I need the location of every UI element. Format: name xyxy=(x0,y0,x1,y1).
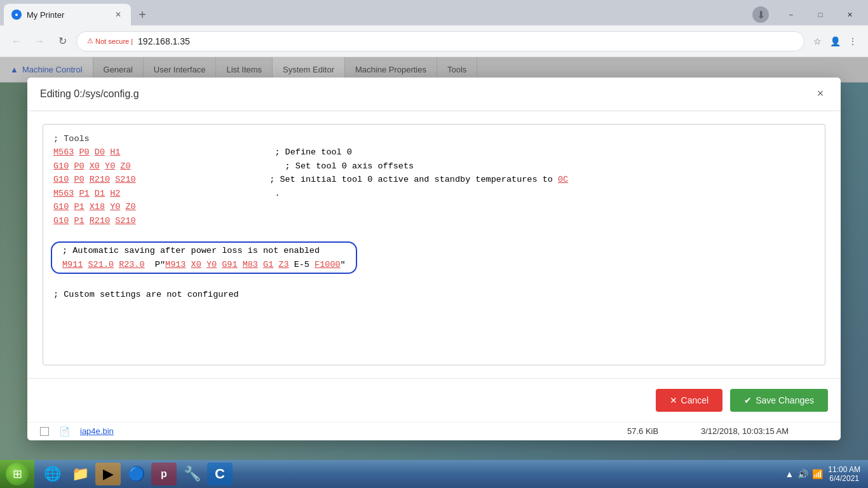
kw-P1-1[interactable]: P1 xyxy=(79,189,90,198)
taskbar-apps: 🌐 📁 ▶ 🔵 p 🔧 C xyxy=(34,463,238,485)
reload-button[interactable]: ↻ xyxy=(53,32,71,50)
kw-G10-1[interactable]: G10 xyxy=(53,161,69,171)
taskbar-app1[interactable]: p xyxy=(151,463,177,485)
kw-G1[interactable]: G1 xyxy=(263,260,273,269)
save-icon: ✔ xyxy=(744,395,752,405)
save-changes-button[interactable]: ✔ Save Changes xyxy=(730,389,828,412)
file-row: 📄 iap4e.bin 57.6 KiB 3/12/2018, 10:03:15… xyxy=(27,422,841,440)
modal-title: Editing 0:/sys/config.g xyxy=(40,88,139,100)
expand-tray-icon[interactable]: ▲ xyxy=(785,469,794,479)
modal-close-button[interactable]: × xyxy=(813,86,828,102)
cancel-button[interactable]: ✕ Cancel xyxy=(656,389,723,412)
bookmark-icon[interactable]: ☆ xyxy=(810,34,825,49)
taskbar-right: ▲ 🔊 📶 11:00 AM 6/4/2021 xyxy=(785,465,868,483)
file-checkbox[interactable] xyxy=(40,427,49,436)
address-bar[interactable]: ⚠ Not secure | 192.168.1.35 xyxy=(76,31,804,51)
kw-Y0-1[interactable]: Y0 xyxy=(105,161,115,171)
code-editor[interactable]: ; Tools M563 P0 D0 H1 ; Define tool 0 G1… xyxy=(43,124,825,365)
modal-body: ; Tools M563 P0 D0 H1 ; Define tool 0 G1… xyxy=(27,111,841,378)
kw-M563-1[interactable]: M563 xyxy=(53,147,74,157)
kw-0C[interactable]: 0C xyxy=(558,175,568,184)
taskbar-clock[interactable]: 11:00 AM 6/4/2021 xyxy=(828,465,860,483)
taskbar-media[interactable]: ▶ xyxy=(95,463,121,485)
window-controls: − □ ✕ xyxy=(776,6,864,24)
webpage-container: ▲ Machine Control General User Interface… xyxy=(0,57,868,460)
security-warning: ⚠ Not secure | xyxy=(87,37,133,45)
kw-G10-4[interactable]: G10 xyxy=(53,216,69,226)
kw-Y0-3[interactable]: Y0 xyxy=(207,260,217,269)
kw-F1000[interactable]: F1000 xyxy=(315,260,341,269)
address-bar-row: ← → ↻ ⚠ Not secure | 192.168.1.35 ☆ 👤 ⋮ xyxy=(0,25,868,57)
kw-X18[interactable]: X18 xyxy=(90,202,105,212)
back-button[interactable]: ← xyxy=(8,32,25,50)
kw-Z0-2[interactable]: Z0 xyxy=(125,202,135,212)
kw-P0-1[interactable]: P0 xyxy=(79,147,90,157)
tab-bar: ● My Printer ✕ + ⬇ − □ ✕ xyxy=(0,0,868,25)
volume-icon[interactable]: 🔊 xyxy=(797,469,808,479)
kw-G10-3[interactable]: G10 xyxy=(53,202,69,212)
kw-S210-2[interactable]: S210 xyxy=(115,216,135,226)
taskbar-app3[interactable]: C xyxy=(207,463,233,485)
kw-R23[interactable]: R23.0 xyxy=(119,260,145,269)
menu-icon[interactable]: ⋮ xyxy=(845,34,860,49)
taskbar-chrome[interactable]: 🔵 xyxy=(123,463,149,485)
kw-X0-1[interactable]: X0 xyxy=(90,161,100,171)
save-label: Save Changes xyxy=(756,395,814,405)
kw-H2[interactable]: H2 xyxy=(110,189,120,198)
cancel-label: Cancel xyxy=(681,395,709,405)
kw-R210-1[interactable]: R210 xyxy=(90,175,110,184)
kw-R210-2[interactable]: R210 xyxy=(90,216,110,226)
kw-M563-2[interactable]: M563 xyxy=(53,189,74,198)
kw-M913[interactable]: M913 xyxy=(165,260,186,269)
taskbar-system-icons: ▲ 🔊 📶 xyxy=(785,469,823,479)
code-content[interactable]: ; Tools M563 P0 D0 H1 ; Define tool 0 G1… xyxy=(43,125,825,365)
kw-H1[interactable]: H1 xyxy=(110,147,120,157)
kw-S210-1[interactable]: S210 xyxy=(115,175,135,184)
kw-M911[interactable]: M911 xyxy=(62,260,83,269)
kw-Y0-2[interactable]: Y0 xyxy=(110,202,120,212)
profile-icon[interactable]: 👤 xyxy=(827,34,843,49)
kw-G91[interactable]: G91 xyxy=(222,260,237,269)
edit-modal: Editing 0:/sys/config.g × ; Tools M563 P… xyxy=(27,78,841,440)
cancel-icon: ✕ xyxy=(670,395,677,405)
active-tab[interactable]: ● My Printer ✕ xyxy=(4,4,131,25)
kw-M83[interactable]: M83 xyxy=(243,260,258,269)
kw-G10-2[interactable]: G10 xyxy=(53,175,69,184)
profile-button[interactable]: ⬇ xyxy=(752,6,769,23)
forward-button[interactable]: → xyxy=(31,32,48,50)
kw-D1[interactable]: D1 xyxy=(95,189,105,198)
minimize-button[interactable]: − xyxy=(776,6,806,24)
taskbar: ⊞ 🌐 📁 ▶ 🔵 p 🔧 C ▲ 🔊 📶 11:00 AM 6/4/2021 xyxy=(0,460,868,488)
start-orb: ⊞ xyxy=(6,463,29,485)
kw-D0[interactable]: D0 xyxy=(95,147,105,157)
close-button[interactable]: ✕ xyxy=(835,6,864,24)
new-tab-button[interactable]: + xyxy=(133,6,151,24)
kw-S21[interactable]: S21.0 xyxy=(88,260,114,269)
tab-title: My Printer xyxy=(27,10,108,20)
network-icon[interactable]: 📶 xyxy=(812,469,823,479)
clock-date: 6/4/2021 xyxy=(828,474,860,483)
kw-P0-2[interactable]: P0 xyxy=(74,161,84,171)
modal-footer: ✕ Cancel ✔ Save Changes xyxy=(27,378,841,422)
start-button[interactable]: ⊞ xyxy=(0,460,34,488)
file-name[interactable]: iap4e.bin xyxy=(80,426,114,436)
warning-icon: ⚠ xyxy=(87,37,93,45)
kw-P0-3[interactable]: P0 xyxy=(74,175,84,184)
tab-close-button[interactable]: ✕ xyxy=(113,10,123,20)
kw-P1-3[interactable]: P1 xyxy=(74,216,84,226)
taskbar-ie[interactable]: 🌐 xyxy=(39,463,65,485)
maximize-button[interactable]: □ xyxy=(806,6,835,24)
tab-favicon: ● xyxy=(11,10,22,20)
kw-X0-3[interactable]: X0 xyxy=(191,260,201,269)
kw-Z0-1[interactable]: Z0 xyxy=(120,161,130,171)
comment-tools: ; Tools xyxy=(53,134,90,144)
address-icons: ☆ 👤 ⋮ xyxy=(810,34,860,49)
kw-P1-2[interactable]: P1 xyxy=(74,202,84,212)
clock-time: 11:00 AM xyxy=(828,465,860,474)
file-date: 3/12/2018, 10:03:15 AM xyxy=(701,426,828,436)
file-size: 57.6 KiB xyxy=(627,426,691,436)
taskbar-folder[interactable]: 📁 xyxy=(67,463,93,485)
modal-overlay: Editing 0:/sys/config.g × ; Tools M563 P… xyxy=(0,57,868,460)
kw-Z3[interactable]: Z3 xyxy=(278,260,288,269)
taskbar-app2[interactable]: 🔧 xyxy=(179,463,205,485)
